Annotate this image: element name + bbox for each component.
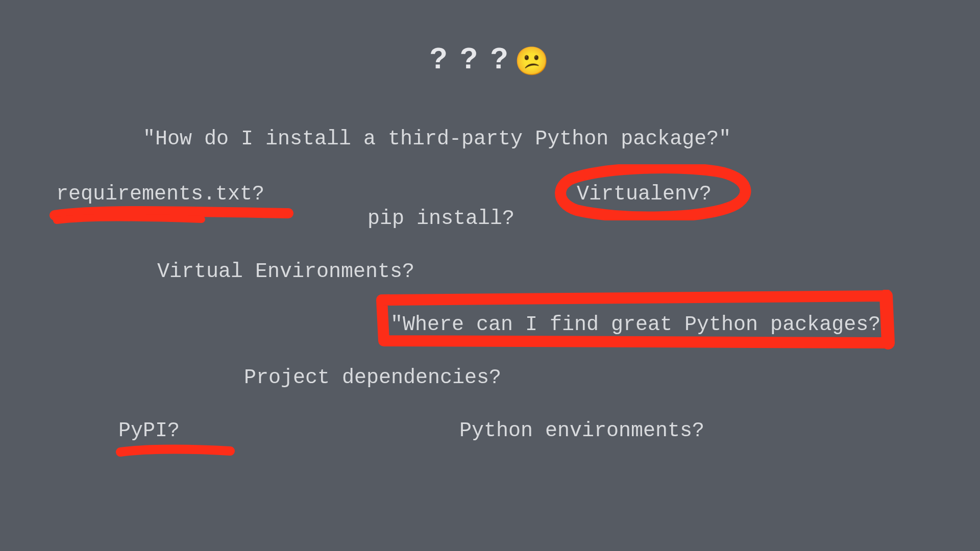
- annotation-underline-requirements: [48, 204, 299, 224]
- term-requirements: requirements.txt?: [56, 183, 264, 206]
- term-proj-deps: Project dependencies?: [244, 366, 501, 389]
- term-virtual-envs: Virtual Environments?: [157, 260, 414, 283]
- term-virtualenv: Virtualenv?: [577, 183, 712, 206]
- term-install-pkg: "How do I install a third-party Python p…: [143, 128, 731, 151]
- slide-title: ? ? ?😕: [429, 41, 551, 77]
- slide: ? ? ?😕 "How do I install a third-party P…: [0, 0, 980, 551]
- confused-emoji-icon: 😕: [514, 45, 551, 77]
- term-py-envs: Python environments?: [459, 419, 704, 442]
- term-find-packages: "Where can I find great Python packages?…: [390, 313, 893, 336]
- term-pypi: PyPI?: [118, 419, 180, 442]
- term-pip-install: pip install?: [368, 207, 514, 230]
- annotation-underline-pypi: [115, 443, 238, 458]
- title-marks: ? ? ?: [429, 41, 510, 74]
